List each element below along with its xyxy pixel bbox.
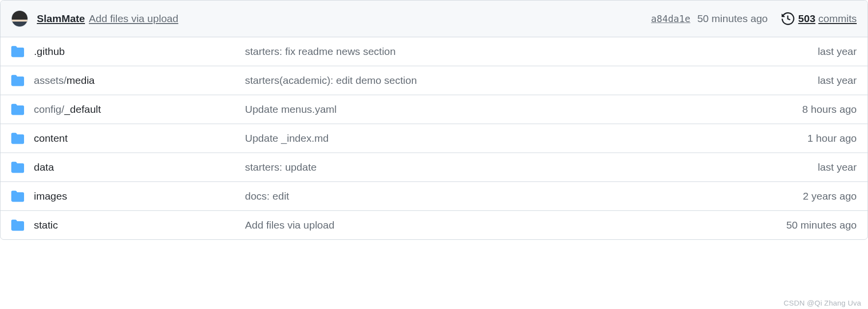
folder-icon [11,161,24,174]
file-name: data [34,161,245,173]
commit-sha[interactable]: a84da1e [651,13,690,24]
commits-label: commits [818,13,857,25]
file-commit-message-link[interactable]: starters(academic): edit demo section [245,75,417,86]
file-name: content [34,132,245,144]
file-commit-message: Add files via upload [245,219,778,231]
file-commit-message: Update menus.yaml [245,103,794,115]
folder-icon [11,219,24,232]
latest-commit-time: 50 minutes ago [697,13,768,25]
commit-history-link[interactable]: 503 commits [782,12,857,25]
file-name-link[interactable]: content [34,132,68,144]
file-name-link[interactable]: config/_default [34,103,101,115]
file-name-link[interactable]: assets/media [34,75,95,86]
file-basename: content [34,132,68,144]
file-name-link[interactable]: .github [34,46,65,57]
file-basename: media [67,75,95,86]
file-commit-message: starters(academic): edit demo section [245,75,810,86]
file-basename: static [34,219,58,231]
path-prefix: config/ [34,103,64,115]
file-name: static [34,219,245,231]
file-age: 8 hours ago [802,103,857,115]
file-name-link[interactable]: static [34,219,58,231]
folder-icon [11,45,24,58]
file-basename: images [34,190,67,202]
file-row: imagesdocs: edit2 years ago [0,182,868,211]
folder-icon [11,74,24,87]
file-basename: _default [64,103,101,115]
folder-icon [11,103,24,116]
path-prefix: assets/ [34,75,67,86]
file-commit-message: docs: edit [245,190,795,202]
file-age: last year [818,161,857,173]
file-browser: SlamMate Add files via upload a84da1e 50… [0,0,868,240]
file-commit-message-link[interactable]: Update menus.yaml [245,103,337,115]
file-name-link[interactable]: images [34,190,67,202]
file-basename: data [34,161,54,173]
file-commit-message: starters: fix readme news section [245,46,810,57]
latest-commit-bar: SlamMate Add files via upload a84da1e 50… [0,0,868,37]
file-commit-message-link[interactable]: docs: edit [245,190,289,202]
file-name: assets/media [34,75,245,86]
file-name-link[interactable]: data [34,161,54,173]
file-commit-message: Update _index.md [245,132,800,144]
file-commit-message-link[interactable]: starters: update [245,161,317,173]
file-row: .githubstarters: fix readme news section… [0,37,868,66]
file-age: 50 minutes ago [786,219,857,231]
file-commit-message-link[interactable]: Add files via upload [245,219,334,231]
file-name: images [34,190,245,202]
file-name: config/_default [34,103,245,115]
file-commit-message-link[interactable]: starters: fix readme news section [245,46,396,57]
file-commit-message-link[interactable]: Update _index.md [245,132,328,144]
latest-commit-message[interactable]: Add files via upload [89,13,651,25]
avatar[interactable] [11,10,28,27]
history-icon [782,12,794,25]
file-row: config/_defaultUpdate menus.yaml8 hours … [0,95,868,124]
file-row: datastarters: updatelast year [0,153,868,182]
file-age: 2 years ago [803,190,857,202]
file-age: 1 hour ago [808,132,857,144]
latest-commit-summary: SlamMate Add files via upload [37,13,651,25]
file-age: last year [818,75,857,86]
file-age: last year [818,46,857,57]
file-row: contentUpdate _index.md1 hour ago [0,124,868,153]
folder-icon [11,190,24,203]
file-commit-message: starters: update [245,161,810,173]
file-basename: .github [34,46,65,57]
folder-icon [11,132,24,145]
commits-count: 503 [798,13,815,25]
file-row: assets/mediastarters(academic): edit dem… [0,66,868,95]
file-list: .githubstarters: fix readme news section… [0,37,868,239]
author-link[interactable]: SlamMate [37,13,85,25]
file-row: staticAdd files via upload50 minutes ago [0,211,868,239]
file-name: .github [34,46,245,57]
